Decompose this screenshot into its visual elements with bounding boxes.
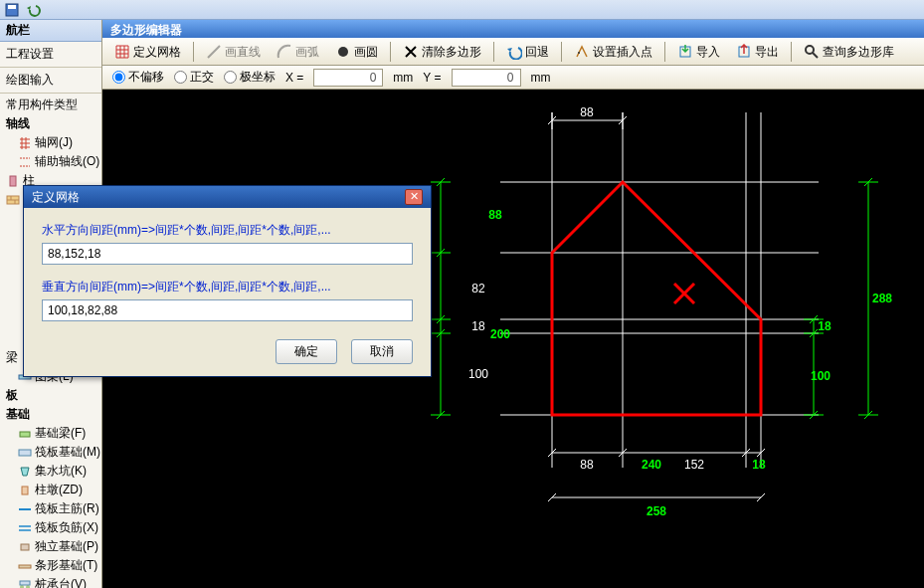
import-button[interactable]: 导入 [671, 41, 726, 64]
tree-item-raft-main[interactable]: 筏板主筋(R) [4, 499, 101, 518]
nav-section-draw[interactable]: 绘图输入 [0, 68, 101, 94]
svg-point-11 [26, 585, 30, 589]
svg-rect-7 [22, 487, 28, 494]
v-spacing-input[interactable] [42, 299, 413, 321]
svg-text:18: 18 [752, 458, 766, 472]
tree-item-axis-net[interactable]: 轴网(J) [4, 133, 101, 152]
svg-rect-5 [20, 432, 30, 437]
svg-text:258: 258 [647, 504, 666, 518]
polygon-shape [552, 182, 761, 415]
svg-text:18: 18 [471, 319, 485, 333]
import-icon [677, 44, 693, 60]
ok-button[interactable]: 确定 [276, 339, 337, 364]
sump-icon [18, 466, 32, 478]
tree-group-common[interactable]: 常用构件类型 [4, 96, 101, 114]
ortho-radio[interactable]: 正交 [174, 69, 214, 86]
undo-icon [506, 44, 522, 60]
tree-item-raft[interactable]: 筏板基础(M) [4, 443, 101, 462]
tree-item-pile-cap[interactable]: 桩承台(V) [4, 575, 101, 588]
query-lib-button[interactable]: 查询多边形库 [798, 41, 900, 64]
polar-radio[interactable]: 极坐标 [224, 69, 276, 86]
x-label: X = [285, 71, 303, 85]
close-icon[interactable]: ✕ [405, 189, 423, 205]
tree-item-iso-found[interactable]: 独立基础(P) [4, 537, 101, 556]
svg-rect-9 [19, 565, 31, 568]
insert-icon [574, 44, 590, 60]
pier-icon [18, 485, 32, 496]
line-icon [206, 44, 222, 60]
svg-rect-6 [19, 450, 31, 456]
svg-point-10 [20, 585, 24, 589]
x-value[interactable]: 0 [313, 69, 383, 87]
axis-icon [18, 137, 32, 149]
app-topbar [0, 0, 924, 20]
tree-group-axis[interactable]: 轴线 [4, 114, 101, 133]
svg-text:152: 152 [684, 458, 704, 472]
h-spacing-label: 水平方向间距(mm)=>间距*个数,间距,间距*个数,间距,... [42, 222, 413, 239]
f-icon [18, 428, 32, 440]
svg-text:100: 100 [811, 369, 831, 383]
x-unit: mm [393, 71, 413, 85]
y-unit: mm [531, 71, 551, 85]
y-label: Y = [423, 71, 441, 85]
wall-icon [6, 194, 20, 206]
define-grid-button[interactable]: 定义网格 [108, 41, 187, 64]
clear-icon [403, 44, 419, 60]
svg-rect-12 [20, 581, 30, 585]
circle-icon [335, 44, 351, 60]
arc-icon [277, 44, 292, 60]
svg-rect-8 [21, 544, 29, 550]
insert-point-marker [674, 284, 694, 303]
svg-text:88: 88 [580, 105, 594, 119]
export-icon [736, 44, 752, 60]
svg-text:200: 200 [490, 327, 510, 341]
tree-item-sump[interactable]: 集水坑(K) [4, 462, 101, 481]
strip-icon [18, 560, 32, 572]
tree-item-slab[interactable]: 板 [4, 386, 101, 405]
define-grid-dialog: 定义网格 ✕ 水平方向间距(mm)=>间距*个数,间距,间距*个数,间距,...… [23, 185, 432, 377]
tree-item-strip-found[interactable]: 条形基础(T) [4, 556, 101, 575]
svg-rect-2 [10, 176, 16, 186]
svg-text:88: 88 [488, 208, 502, 222]
svg-point-13 [338, 47, 348, 57]
v-spacing-label: 垂直方向间距(mm)=>间距*个数,间距,间距*个数,间距,... [42, 279, 413, 295]
svg-text:88: 88 [580, 458, 594, 472]
no-offset-radio[interactable]: 不偏移 [112, 69, 164, 86]
coord-toolbar: 不偏移 正交 极坐标 X = 0 mm Y = 0 mm [102, 66, 924, 90]
svg-text:288: 288 [872, 292, 892, 305]
export-button[interactable]: 导出 [730, 41, 785, 64]
nav-section-project[interactable]: 工程设置 [0, 42, 101, 68]
aux-axis-icon [18, 156, 32, 168]
tree-item-raft-neg[interactable]: 筏板负筋(X) [4, 518, 101, 537]
undo-button[interactable]: 回退 [500, 41, 555, 64]
tree-item-foundation[interactable]: 基础 [4, 405, 101, 424]
grid-icon [114, 44, 130, 60]
dialog-titlebar[interactable]: 定义网格 ✕ [24, 186, 431, 208]
undo-icon[interactable] [26, 2, 42, 18]
draw-circle-button[interactable]: 画圆 [329, 41, 384, 64]
pile-icon [18, 579, 32, 589]
svg-text:18: 18 [818, 319, 832, 333]
editor-title: 多边形编辑器 [102, 20, 924, 38]
draw-line-button[interactable]: 画直线 [200, 41, 267, 64]
y-value[interactable]: 0 [452, 69, 521, 87]
tree-item-found-beam[interactable]: 基础梁(F) [4, 424, 101, 443]
svg-point-14 [578, 52, 580, 54]
rebar2-icon [18, 522, 32, 534]
column-icon [6, 175, 20, 187]
svg-text:100: 100 [468, 367, 488, 381]
search-icon [804, 44, 820, 60]
save-icon[interactable] [4, 2, 20, 18]
set-insert-button[interactable]: 设置插入点 [568, 41, 658, 64]
tree-item-aux-axis[interactable]: 辅助轴线(O) [4, 152, 101, 171]
editor-toolbar: 定义网格 画直线 画弧 画圆 清除多边形 回退 设置插入点 导入 导出 查询多边… [102, 38, 924, 66]
cancel-button[interactable]: 取消 [351, 339, 413, 364]
draw-arc-button[interactable]: 画弧 [271, 41, 325, 64]
clear-polygon-button[interactable]: 清除多边形 [397, 41, 487, 64]
raft-icon [18, 447, 32, 459]
svg-text:82: 82 [471, 282, 485, 295]
h-spacing-input[interactable] [42, 243, 413, 265]
svg-point-17 [806, 46, 814, 54]
tree-item-pier[interactable]: 柱墩(ZD) [4, 481, 101, 499]
dialog-title: 定义网格 [32, 189, 80, 206]
